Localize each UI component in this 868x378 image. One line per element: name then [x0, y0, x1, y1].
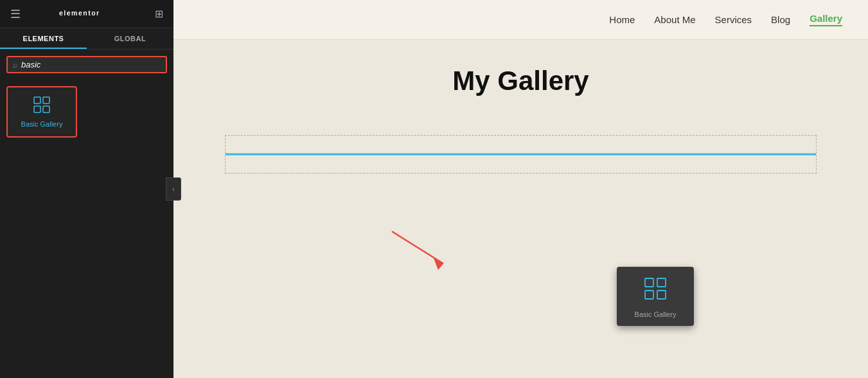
topbar: ☰ elementor ⊞ [0, 0, 173, 28]
svg-text:elementor: elementor [59, 9, 100, 17]
widget-basic-gallery-label: Basic Gallery [21, 120, 63, 128]
collapse-sidebar-button[interactable]: ‹ [166, 177, 181, 201]
tab-global[interactable]: GLOBAL [87, 28, 173, 49]
nav-gallery[interactable]: Gallery [810, 13, 842, 26]
nav-services[interactable]: Services [715, 14, 752, 25]
nav-blog[interactable]: Blog [771, 14, 790, 25]
floating-widget-icon [644, 277, 667, 303]
canvas-content: My Gallery [173, 40, 868, 199]
drop-zone[interactable] [225, 135, 817, 174]
svg-line-5 [392, 231, 443, 264]
nav-home[interactable]: Home [609, 14, 635, 25]
drop-indicator-line [226, 154, 816, 156]
main-canvas: Home About Me Services Blog Gallery My G… [173, 0, 868, 378]
svg-rect-3 [34, 106, 40, 113]
hamburger-icon[interactable]: ☰ [10, 7, 21, 21]
elements-grid: Basic Gallery [0, 80, 173, 144]
search-icon: ⌕ [13, 60, 17, 69]
svg-rect-4 [43, 106, 49, 113]
svg-rect-10 [657, 291, 666, 299]
svg-rect-1 [34, 97, 40, 104]
navigation: Home About Me Services Blog Gallery [173, 0, 868, 40]
apps-icon[interactable]: ⊞ [155, 8, 163, 20]
drag-arrow-icon [385, 225, 463, 276]
svg-rect-8 [657, 278, 666, 287]
svg-rect-9 [645, 291, 653, 299]
search-input[interactable] [21, 60, 161, 69]
page-title: My Gallery [225, 66, 817, 96]
elementor-logo: elementor [59, 6, 117, 21]
tabs: ELEMENTS GLOBAL [0, 28, 173, 50]
svg-rect-7 [645, 278, 653, 287]
floating-widget-preview: Basic Gallery [617, 267, 694, 326]
drop-zone-inner [225, 135, 817, 174]
nav-about[interactable]: About Me [654, 14, 695, 25]
floating-widget-label: Basic Gallery [635, 310, 677, 318]
svg-rect-2 [43, 97, 49, 104]
search-bar: ⌕ [0, 50, 173, 80]
widget-basic-gallery[interactable]: Basic Gallery [6, 86, 77, 138]
basic-gallery-icon [33, 96, 51, 116]
sidebar: ☰ elementor ⊞ ELEMENTS GLOBAL ⌕ [0, 0, 173, 378]
tab-elements[interactable]: ELEMENTS [0, 28, 87, 49]
arrow-container [385, 225, 463, 279]
search-wrap: ⌕ [6, 56, 167, 73]
